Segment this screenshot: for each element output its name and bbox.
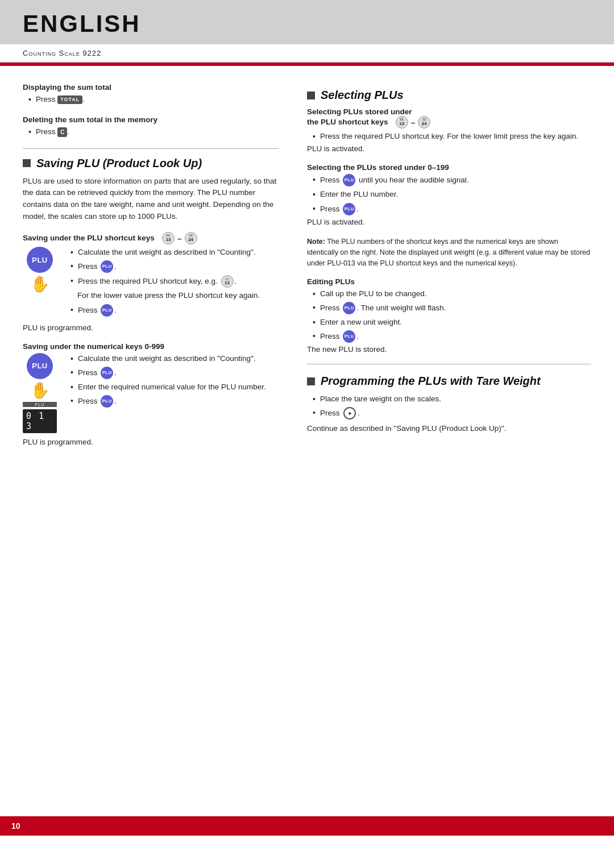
p-dot: • bbox=[313, 394, 316, 404]
r-key-12-24: 12 24 bbox=[418, 116, 430, 128]
programming-header: Programming the PLUs with Tare Weight bbox=[307, 375, 591, 388]
editing-plu-title: Editing PLUs bbox=[307, 277, 591, 286]
saving-plu-title: Saving PLU (Product Look Up) bbox=[36, 157, 202, 170]
plu-icon-area-2: PLU ✋ PLU 0 1 3 • Calculate the unit bbox=[23, 353, 279, 433]
plu-graphic-1: PLU ✋ bbox=[23, 247, 57, 292]
numerical-keys-section: Saving under the numerical keys 0-999 PL… bbox=[23, 342, 279, 446]
section-icon bbox=[23, 159, 31, 167]
header-subtitle: Counting Scale 9222 bbox=[0, 44, 614, 63]
delete-sum-text: Press C. bbox=[36, 126, 69, 138]
num-b3-text: Enter the required numerical value for t… bbox=[78, 381, 266, 393]
num-b4-text: Press PLU. bbox=[78, 395, 117, 408]
page-wrapper: ENGLISH Counting Scale 9222 Displaying t… bbox=[0, 0, 614, 836]
main-content: Displaying the sum total • Press TOTAL. … bbox=[0, 66, 614, 468]
b-dot-2: • bbox=[70, 261, 73, 271]
b-dot-4: • bbox=[70, 305, 73, 314]
plu-programmed-1: PLU is programmed. bbox=[23, 323, 279, 332]
num-bullet-2: • Press PLU. bbox=[65, 367, 279, 379]
plu-inline-5: PLU bbox=[343, 174, 355, 186]
p-dot-2: • bbox=[313, 408, 316, 417]
e-dot-2: • bbox=[313, 303, 316, 312]
shortcut-bullets: • Calculate the unit weight as described… bbox=[65, 247, 279, 319]
plu-inline-4: PLU bbox=[101, 395, 113, 408]
page-number: 10 bbox=[11, 821, 20, 830]
shortcut-keys-title: Saving under the PLU shortcut keys 01 13… bbox=[23, 232, 279, 244]
plu-display-label: PLU bbox=[23, 402, 57, 407]
key-01-13: 01 13 bbox=[162, 232, 175, 244]
plu-display-num: 0 1 3 bbox=[23, 409, 57, 433]
edit-b4: Press PLU. bbox=[320, 330, 359, 343]
plu-circle-large-2: PLU bbox=[27, 353, 53, 379]
shortcut-range: 01 13 – 12 24 bbox=[161, 232, 198, 244]
prog-bullet-1: • Place the tare weight on the scales. bbox=[307, 393, 591, 405]
bullet-dot: • bbox=[28, 95, 31, 104]
b-dot: • bbox=[70, 248, 73, 257]
hand-icon-1: ✋ bbox=[30, 276, 50, 292]
edit-bullet-3: • Enter a new unit weight. bbox=[307, 317, 591, 328]
plu-inline-8: PLU bbox=[343, 330, 355, 343]
shortcut-title-text: Saving under the PLU shortcut keys bbox=[23, 234, 155, 242]
num-bullet-4: • Press PLU. bbox=[65, 395, 279, 408]
s0-dot: • bbox=[313, 175, 316, 184]
num-bullet-1: • Calculate the unit weight as described… bbox=[65, 353, 279, 364]
programming-title: Programming the PLUs with Tare Weight bbox=[321, 375, 541, 388]
ss-text: Press the required PLU shortcut key. For… bbox=[320, 131, 578, 142]
note-label: Note: bbox=[307, 238, 325, 246]
edit-bullet-4: • Press PLU. bbox=[307, 330, 591, 343]
plu-activated-1: PLU is activated. bbox=[307, 144, 591, 153]
shortcut-range-2: 01 13 – 12 24 bbox=[395, 116, 432, 128]
divider-1 bbox=[23, 148, 279, 149]
edit-bullet-2: • Press PLU. The unit weight will flash. bbox=[307, 302, 591, 314]
hand-icon-2: ✋ bbox=[30, 383, 50, 398]
shortcut-stored-title: Selecting PLUs stored underthe PLU short… bbox=[307, 107, 591, 128]
numerical-bullets: • Calculate the unit weight as described… bbox=[65, 353, 279, 410]
new-plu-stored: The new PLU is stored. bbox=[307, 345, 591, 354]
plu-inline-6: PLU bbox=[343, 203, 355, 215]
shortcut-stored-section: Selecting PLUs stored underthe PLU short… bbox=[307, 107, 591, 153]
shortcut-b3-text: Press the required PLU shortcut key, e.g… bbox=[78, 275, 237, 288]
s0-dot-2: • bbox=[313, 190, 316, 199]
r-dash: – bbox=[411, 118, 416, 127]
display-sum-text: Press TOTAL. bbox=[36, 94, 85, 105]
divider-2 bbox=[307, 364, 591, 364]
display-sum-bullet: • Press TOTAL. bbox=[23, 94, 279, 105]
edit-b2: Press PLU. The unit weight will flash. bbox=[320, 302, 446, 314]
header-english: ENGLISH bbox=[0, 0, 614, 44]
saving-plu-header: Saving PLU (Product Look Up) bbox=[23, 157, 279, 170]
nb-dot: • bbox=[70, 354, 73, 363]
press-label-2: Press bbox=[36, 127, 56, 136]
s0199-bullet-3: • Press PLU. bbox=[307, 203, 591, 215]
shortcut-b1-text: Calculate the unit weight as described i… bbox=[78, 247, 256, 258]
ss-dot: • bbox=[313, 132, 316, 141]
num-b2-text: Press PLU. bbox=[78, 367, 117, 379]
key-12-24: 12 24 bbox=[185, 232, 197, 244]
bullet-dot-2: • bbox=[28, 127, 31, 136]
shortcut-b4-text: Press PLU. bbox=[78, 304, 117, 317]
section-icon-3 bbox=[307, 377, 315, 385]
num-bullet-3: • Enter the required numerical value for… bbox=[65, 381, 279, 393]
numerical-keys-title: Saving under the numerical keys 0-999 bbox=[23, 342, 279, 351]
stored-0199-title: Selecting the PLUs stored under 0–199 bbox=[307, 163, 591, 172]
delete-sum-title: Deleting the sum total in the memory bbox=[23, 115, 279, 124]
saving-plu-description: PLUs are used to store information on pa… bbox=[23, 176, 279, 223]
nb-dot-3: • bbox=[70, 383, 73, 392]
display-sum-title: Displaying the sum total bbox=[23, 83, 279, 92]
selecting-plu-title: Selecting PLUs bbox=[321, 89, 404, 102]
plu-graphic-2: PLU ✋ PLU 0 1 3 bbox=[23, 353, 57, 433]
e-dot-4: • bbox=[313, 331, 316, 340]
left-column: Displaying the sum total • Press TOTAL. … bbox=[23, 83, 296, 456]
delete-sum-section: Deleting the sum total in the memory • P… bbox=[23, 115, 279, 138]
num-b1-text: Calculate the unit weight as described i… bbox=[78, 353, 256, 364]
key-01-13-eg: 0113 bbox=[221, 275, 234, 288]
subtitle-text: Counting Scale 9222 bbox=[23, 49, 101, 57]
e-dot-3: • bbox=[313, 318, 316, 327]
s0199-b2: Enter the PLU number. bbox=[320, 189, 398, 200]
edit-bullet-1: • Call up the PLU to be changed. bbox=[307, 288, 591, 300]
stored-0199-section: Selecting the PLUs stored under 0–199 • … bbox=[307, 163, 591, 226]
total-key-badge: TOTAL bbox=[57, 95, 82, 105]
dash-separator: – bbox=[177, 234, 182, 243]
nb-dot-2: • bbox=[70, 368, 73, 377]
selecting-plu-header: Selecting PLUs bbox=[307, 89, 591, 102]
r-key-01-13: 01 13 bbox=[396, 116, 408, 128]
page-number-bar: 10 bbox=[0, 816, 614, 836]
